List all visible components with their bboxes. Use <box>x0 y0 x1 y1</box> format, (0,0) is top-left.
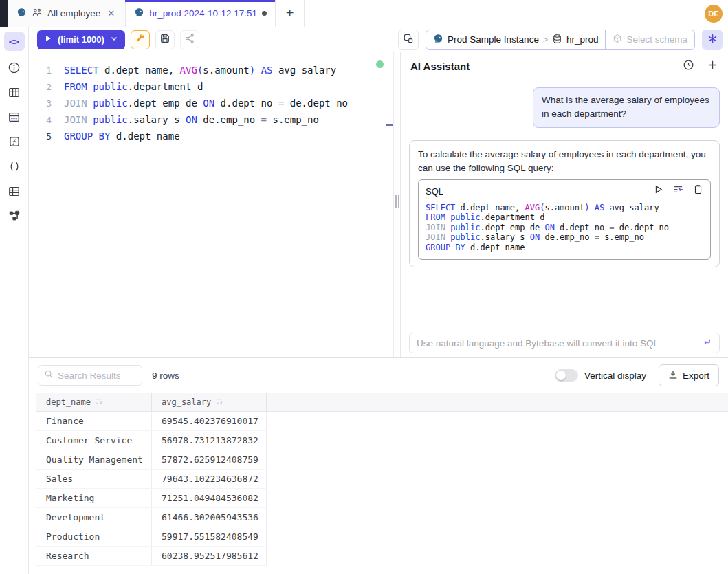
cell-avg-salary[interactable]: 71251.049484536082 <box>152 489 267 507</box>
export-button[interactable]: Export <box>659 364 719 386</box>
cell-dept-name[interactable]: Development <box>36 508 152 527</box>
ai-panel-header: AI Assistant <box>401 52 728 80</box>
function-icon[interactable] <box>8 135 21 148</box>
save-sheet-button[interactable] <box>155 30 175 49</box>
export-label: Export <box>683 371 709 381</box>
run-code-icon[interactable] <box>653 184 663 199</box>
sidebar-item-sql-editor[interactable]: <> <box>4 32 25 51</box>
new-chat-icon[interactable] <box>707 59 718 74</box>
cell-avg-salary[interactable]: 56978.731213872832 <box>152 431 267 450</box>
table-row: Sales79643.102234636872 <box>36 470 267 489</box>
cell-dept-name[interactable]: Customer Service <box>36 431 152 450</box>
line-number: 2 <box>29 82 52 92</box>
search-icon <box>44 369 54 382</box>
download-icon <box>668 370 678 382</box>
wrench-icon <box>135 33 146 46</box>
sql-editor-lines: 1SELECT d.dept_name, AVG(s.amount) AS av… <box>29 62 393 144</box>
tab-label: hr_prod 2024-10-12 17:51 <box>149 8 257 19</box>
table-row: Marketing71251.049484536082 <box>36 489 267 508</box>
cell-avg-salary[interactable]: 59917.551582408549 <box>152 527 267 546</box>
database-name: hr_prod <box>566 34 599 45</box>
cell-avg-salary[interactable]: 60238.952517985612 <box>152 547 267 565</box>
ai-assistant-panel: AI Assistant What is the average salary … <box>400 52 728 357</box>
table-row: Production59917.551582408549 <box>36 527 267 547</box>
ai-code-line: FROM public.department d <box>426 212 703 223</box>
postgresql-icon <box>16 8 27 20</box>
cell-avg-salary[interactable]: 61466.302005943536 <box>152 508 267 527</box>
share-button[interactable] <box>180 30 199 49</box>
cell-dept-name[interactable]: Research <box>36 547 152 565</box>
enter-icon[interactable] <box>702 337 712 350</box>
overview-ruler-cursor <box>386 124 393 126</box>
switch-connection-button[interactable] <box>398 30 419 50</box>
editor-line[interactable]: 2FROM public.department d <box>29 78 393 95</box>
chevron-down-icon[interactable] <box>110 34 118 45</box>
format-sql-button[interactable] <box>131 30 150 49</box>
cell-dept-name[interactable]: Sales <box>36 470 152 488</box>
insert-into-editor-icon[interactable] <box>672 184 684 199</box>
column-label: dept_name <box>46 397 91 407</box>
sort-icon[interactable] <box>215 397 224 408</box>
column-header-dept-name[interactable]: dept_name <box>36 393 152 411</box>
view-table-icon[interactable] <box>8 184 21 198</box>
results-panel: 9 rows Vertical display Export dept_name… <box>29 357 728 574</box>
cell-dept-name[interactable]: Production <box>36 527 152 546</box>
table-row: Quality Management57872.625912408759 <box>36 450 267 470</box>
search-results-input[interactable] <box>58 371 136 381</box>
close-icon[interactable]: ✕ <box>105 7 117 20</box>
editor-line[interactable]: 5GROUP BY d.dept_name <box>29 128 393 144</box>
editor-toolbar: (limit 1000) Prod Sampl <box>29 27 728 52</box>
column-header-avg-salary[interactable]: avg_salary <box>152 393 267 411</box>
ai-assistant-button[interactable] <box>702 30 723 50</box>
editor-line[interactable]: 4JOIN public.salary s ON de.emp_no = s.e… <box>29 111 393 128</box>
postgresql-icon <box>134 8 144 20</box>
editor-line[interactable]: 1SELECT d.dept_name, AVG(s.amount) AS av… <box>29 62 393 78</box>
run-query-button[interactable]: (limit 1000) <box>37 30 125 49</box>
ai-prompt-input[interactable] <box>417 338 696 349</box>
sort-icon[interactable] <box>95 397 104 408</box>
cell-avg-salary[interactable]: 79643.102234636872 <box>152 470 267 488</box>
table-row: Research60238.952517985612 <box>36 547 267 566</box>
instance-name: Prod Sample Instance <box>448 34 539 45</box>
table-icon[interactable] <box>8 85 21 99</box>
info-icon[interactable] <box>8 60 21 74</box>
vertical-split-handle[interactable] <box>395 195 399 208</box>
tab-all-employee[interactable]: All employee ✕ <box>8 0 126 27</box>
copy-icon[interactable] <box>693 184 703 199</box>
table-row: Finance69545.402376910017 <box>36 412 267 431</box>
cell-dept-name[interactable]: Finance <box>36 412 152 430</box>
ai-prompt-bar <box>409 333 720 353</box>
history-icon[interactable] <box>683 59 694 74</box>
select-schema-button[interactable]: Select schema <box>605 30 694 49</box>
vertical-display-toggle[interactable] <box>555 369 578 382</box>
ai-response-text: To calculate the average salary of emplo… <box>418 148 711 176</box>
table-row: Development61466.302005943536 <box>36 508 267 527</box>
sql-editor[interactable]: 1SELECT d.dept_name, AVG(s.amount) AS av… <box>29 52 394 357</box>
cell-avg-salary[interactable]: 69545.402376910017 <box>152 412 267 430</box>
editor-line[interactable]: 3JOIN public.dept_emp de ON d.dept_no = … <box>29 95 393 111</box>
play-icon <box>44 34 52 45</box>
schema-diagram-icon[interactable] <box>8 110 21 124</box>
tab-hr-prod[interactable]: hr_prod 2024-10-12 17:51 <box>126 0 276 27</box>
tab-label: All employee <box>47 8 100 19</box>
brackets-icon[interactable] <box>8 159 21 173</box>
cell-dept-name[interactable]: Quality Management <box>36 450 152 469</box>
switch-connection-icon <box>403 33 414 46</box>
column-header-empty <box>267 393 728 411</box>
connection-instance-database[interactable]: Prod Sample Instance > hr_prod <box>426 30 605 49</box>
nav-strip <box>0 0 8 27</box>
cell-avg-salary[interactable]: 57872.625912408759 <box>152 450 267 469</box>
table-row: Customer Service56978.731213872832 <box>36 431 267 450</box>
results-table-body: Finance69545.402376910017Customer Servic… <box>36 412 267 566</box>
row-count: 9 rows <box>152 371 179 381</box>
save-icon <box>159 33 170 46</box>
user-message-bubble: What is the average salary of employees … <box>533 87 720 128</box>
avatar[interactable]: DE <box>705 5 723 23</box>
new-tab-button[interactable]: + <box>276 0 305 27</box>
ai-code-lines: SELECT d.dept_name, AVG(s.amount) AS avg… <box>426 203 703 253</box>
cell-dept-name[interactable]: Marketing <box>36 489 152 507</box>
schema-cube-icon <box>613 34 622 45</box>
sheet-group-icon <box>32 7 43 20</box>
er-diagram-icon[interactable] <box>8 209 21 223</box>
tabbar-spacer <box>305 0 705 27</box>
